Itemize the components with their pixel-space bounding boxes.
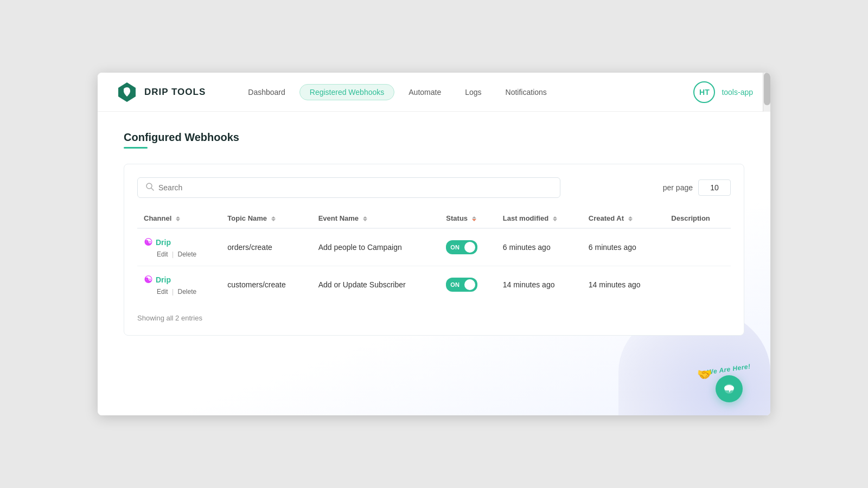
nav-automate[interactable]: Automate [399,85,451,100]
row2-toggle-knob [464,279,475,290]
nav-dashboard[interactable]: Dashboard [238,85,295,100]
avatar[interactable]: HT [693,81,715,103]
search-box [137,177,560,198]
navbar: DRIP TOOLS Dashboard Registered Webhooks… [98,73,770,112]
row2-topic: customers/create [221,266,311,304]
sort-event-icon[interactable] [363,216,367,221]
per-page-area: per page [663,179,731,196]
row2-delete-link[interactable]: Delete [178,288,197,296]
row1-delete-link[interactable]: Delete [178,251,197,258]
sort-created-icon[interactable] [628,216,633,221]
table-row: ☯ Drip Edit | Delete customers/create [137,266,731,304]
row2-channel: ☯ Drip Edit | Delete [137,266,221,304]
drip-icon-2: ☯ [144,274,152,286]
row2-created-at: 14 minutes ago [582,266,665,304]
chat-widget: We Are Here! 🤝 [707,365,751,402]
page-title: Configured Webhooks [124,131,744,144]
row2-description [665,266,731,304]
table-container: per page Channel Topic Name [124,164,744,336]
logo-area: DRIP TOOLS [115,80,206,104]
app-name: tools-app [722,88,753,97]
sort-status-icon[interactable] [472,216,476,221]
row2-toggle-label: ON [450,281,459,288]
row1-status: ON [439,228,496,266]
per-page-label: per page [663,183,693,192]
row1-channel: ☯ Drip Edit | Delete [137,228,221,266]
logo-icon [115,80,139,104]
row1-event: Add people to Campaign [312,228,440,266]
row1-last-modified: 6 minutes ago [496,228,582,266]
title-underline [124,147,148,149]
col-channel: Channel [137,209,221,228]
sort-topic-icon[interactable] [271,216,276,221]
row2-event: Add or Update Subscriber [312,266,440,304]
search-input[interactable] [158,183,552,192]
row2-toggle[interactable]: ON [446,278,477,292]
drip-icon-1: ☯ [144,236,152,248]
main-content: Configured Webhooks per page [98,112,770,415]
col-description: Description [665,209,731,228]
nav-logs[interactable]: Logs [455,85,491,100]
nav-notifications[interactable]: Notifications [496,85,557,100]
chat-button[interactable] [716,375,743,402]
table-header-row: Channel Topic Name Event Name Statu [137,209,731,228]
table-controls: per page [137,177,731,198]
sort-modified-icon[interactable] [553,216,557,221]
row1-toggle-label: ON [450,244,459,251]
showing-entries: Showing all 2 entries [137,314,731,322]
user-area: HT tools-app [693,81,753,103]
row2-edit-link[interactable]: Edit [157,288,168,296]
logo-text: DRIP TOOLS [144,87,206,98]
row1-toggle[interactable]: ON [446,240,477,254]
row2-last-modified: 14 minutes ago [496,266,582,304]
sort-channel-icon[interactable] [176,216,180,221]
col-topic: Topic Name [221,209,311,228]
nav-registered-webhooks[interactable]: Registered Webhooks [299,84,394,100]
col-event: Event Name [312,209,440,228]
row1-created-at: 6 minutes ago [582,228,665,266]
row2-status: ON [439,266,496,304]
col-created-at: Created At [582,209,665,228]
search-icon [145,182,154,193]
row1-channel-name: Drip [156,238,171,247]
svg-line-1 [151,188,154,190]
scrollbar-thumb[interactable] [764,73,770,105]
row1-edit-link[interactable]: Edit [157,251,168,258]
row1-topic: orders/create [221,228,311,266]
row1-toggle-knob [464,242,475,253]
col-last-modified: Last modified [496,209,582,228]
col-status: Status [439,209,496,228]
webhooks-table: Channel Topic Name Event Name Statu [137,209,731,303]
row1-description [665,228,731,266]
table-row: ☯ Drip Edit | Delete orders/create [137,228,731,266]
per-page-input[interactable] [698,179,731,196]
row2-channel-name: Drip [156,275,171,284]
chat-emoji: 🤝 [697,368,712,382]
nav-links: Dashboard Registered Webhooks Automate L… [238,84,693,100]
